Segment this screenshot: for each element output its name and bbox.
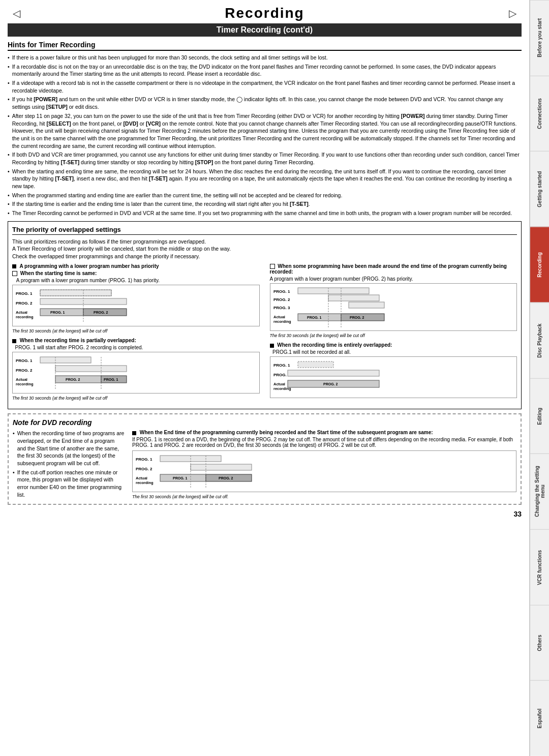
diagram2-left: When the recording time is partially ove… [12, 338, 260, 401]
bullet-text: If both DVD and VCR are timer programmed… [12, 151, 522, 166]
bullet-text: If a recordable disc is not on the tray … [12, 63, 522, 78]
svg-text:recording: recording [16, 315, 34, 319]
svg-text:PROG. 1: PROG. 1 [273, 289, 290, 294]
bullet-dot: • [8, 168, 10, 190]
bullet-text: If the starting time is earlier and the … [12, 200, 522, 208]
svg-text:Actual: Actual [273, 382, 285, 386]
svg-text:PROG. 2: PROG. 2 [66, 378, 80, 381]
bullet-2: • If a recordable disc is not on the tra… [8, 63, 522, 78]
tab-vcr-functions[interactable]: VCR functions [530, 529, 549, 605]
diagram2-left-caption: The first 30 seconds (at the longest) wi… [12, 396, 260, 401]
priority-section: The priority of overlapped settings This… [8, 221, 522, 409]
priority-section-title: The priority of overlapped settings [12, 226, 517, 235]
bullet-text: When the starting and ending time are sa… [12, 168, 522, 190]
tab-others[interactable]: Others [530, 605, 549, 681]
square-bullet2 [12, 339, 16, 343]
svg-rect-41 [288, 370, 379, 376]
priority-two-col: A programming with a lower program numbe… [12, 263, 517, 405]
diagram1-left-svg: PROG. 1 PROG. 2 Actual [15, 287, 257, 323]
tab-recording[interactable]: Recording [530, 227, 549, 303]
diagram2-left-title: When the recording time is partially ove… [12, 338, 260, 343]
note-two-col: • When the recording time of two program… [13, 430, 516, 500]
checkbox-icon [12, 271, 17, 276]
svg-text:Actual: Actual [136, 476, 147, 480]
svg-rect-49 [191, 464, 252, 470]
svg-text:PROG. 2: PROG. 2 [273, 297, 290, 302]
tab-disc-playback[interactable]: Disc Playback [530, 303, 549, 378]
diagram2-right-container: PROG. 1 PROG. 2 Actual recording PROG. 2 [270, 356, 517, 398]
priority-intro: This unit prioritizes recording as follo… [12, 238, 517, 260]
svg-rect-29 [349, 302, 384, 308]
svg-text:PROG. 2: PROG. 2 [219, 476, 233, 480]
bullet-text: When the programmed starting and ending … [12, 192, 522, 199]
page-title: Recording [225, 5, 304, 21]
diagram1-right: PROG. 1 PROG. 2 PROG. 3 Actual recording… [270, 283, 517, 338]
tab-changing-settings[interactable]: Changing the Setting menu [530, 453, 549, 529]
svg-text:PROG. 2: PROG. 2 [136, 467, 152, 471]
svg-text:PROG. 1: PROG. 1 [16, 291, 33, 296]
svg-text:PROG. 1: PROG. 1 [104, 378, 118, 381]
bullet-4: • If you hit [POWER] and turn on the uni… [8, 96, 522, 110]
svg-text:Actual: Actual [16, 310, 27, 315]
tab-getting-started[interactable]: Getting started [530, 151, 549, 227]
bullet-6: • If both DVD and VCR are timer programm… [8, 151, 522, 166]
svg-text:PROG. 1: PROG. 1 [173, 476, 188, 480]
bullet-text: If there is a power failure or this unit… [12, 54, 522, 62]
tab-connections[interactable]: Connections [530, 76, 549, 152]
bullet-dot: • [8, 112, 10, 149]
bullet-8: • When the programmed starting and endin… [8, 192, 522, 199]
bullet-dot: • [13, 469, 15, 499]
bullet-dot: • [8, 79, 10, 94]
page-number: 33 [8, 510, 522, 518]
square-bullet3 [270, 344, 274, 348]
bullet-dot: • [13, 430, 15, 467]
side-tabs: Before you start Connections Getting sta… [530, 0, 549, 756]
svg-text:recording: recording [16, 382, 34, 386]
diagram2-left-container: PROG. 1 PROG. 2 Actual recording PROG. 2… [12, 352, 260, 394]
note-right-title: When the End time of the programming cur… [132, 430, 516, 435]
note-diagram: PROG. 1 PROG. 2 Actual recording PROG. 1… [132, 450, 516, 492]
hints-bullets: • If there is a power failure or this un… [8, 54, 522, 217]
bullet-dot: • [8, 96, 10, 110]
bullet-dot: • [8, 151, 10, 166]
diagram1-left-container: PROG. 1 PROG. 2 Actual [12, 285, 260, 326]
tab-editing[interactable]: Editing [530, 378, 549, 454]
diagram1-right-svg: PROG. 1 PROG. 2 PROG. 3 Actual recording… [272, 286, 515, 327]
tab-before-you-start[interactable]: Before you start [530, 0, 549, 76]
svg-rect-39 [298, 361, 333, 368]
bullet-dot: • [8, 54, 10, 62]
svg-text:PROG. 2: PROG. 2 [350, 316, 364, 319]
note-diagram-svg: PROG. 1 PROG. 2 Actual recording PROG. 1… [135, 453, 514, 489]
tab-espanol[interactable]: Español [530, 680, 549, 756]
note-bullet-1: • When the recording time of two program… [13, 430, 125, 467]
bullet-text: If you hit [POWER] and turn on the unit … [12, 96, 522, 110]
bullet-text: After step 11 on page 32, you can turn o… [12, 112, 522, 149]
square-bullet4 [132, 431, 136, 435]
svg-text:PROG. 1: PROG. 1 [307, 316, 322, 319]
title-deco-left: ◁ [13, 7, 20, 19]
svg-text:PROG. 1: PROG. 1 [136, 457, 152, 462]
right-title: When some programming have been made aro… [270, 263, 517, 275]
priority-right-col: When some programming have been made aro… [270, 263, 517, 405]
svg-text:PROG. 2: PROG. 2 [323, 382, 338, 386]
subsection-header: Hints for Timer Recording [8, 41, 522, 51]
bullet-dot: • [8, 63, 10, 78]
note-bullet-text2: If the cut-off portion reaches one minut… [17, 469, 125, 499]
note-bullet-2: • If the cut-off portion reaches one min… [13, 469, 125, 499]
svg-text:PROG. 2: PROG. 2 [16, 301, 33, 306]
diagram1-right-caption: The first 30 seconds (at the longest) wi… [270, 333, 517, 338]
bullet-dot: • [8, 200, 10, 208]
bullet-1: • If there is a power failure or this un… [8, 54, 522, 62]
bullet-5: • After step 11 on page 32, you can turn… [8, 112, 522, 149]
svg-text:recording: recording [273, 319, 291, 324]
diagram1-left: PROG. 1 PROG. 2 Actual [12, 285, 260, 334]
page-title-area: ◁ Recording ▷ [8, 5, 522, 21]
bullet-text: The Timer Recording cannot be performed … [12, 209, 522, 217]
note-diagram-caption: The first 30 seconds (at the longest) wi… [132, 494, 516, 499]
note-right-body: If PROG. 1 is recorded on a DVD, the beg… [132, 437, 516, 448]
diagram2-right-svg: PROG. 1 PROG. 2 Actual recording PROG. 2 [272, 359, 515, 395]
bullet-text: If a videotape with a record tab is not … [12, 79, 522, 94]
title-deco-right: ▷ [509, 7, 516, 19]
svg-rect-27 [328, 295, 379, 301]
bullet-10: • The Timer Recording cannot be performe… [8, 209, 522, 217]
